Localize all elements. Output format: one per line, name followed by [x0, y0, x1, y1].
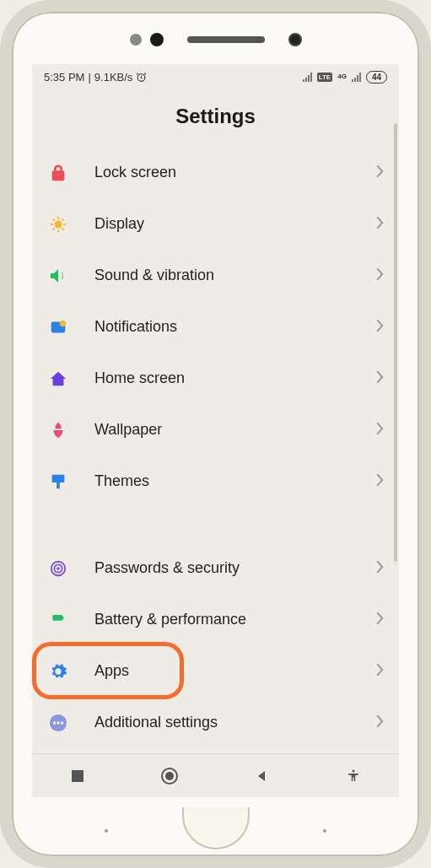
accessibility-button[interactable]	[342, 765, 364, 787]
svg-point-19	[352, 769, 354, 772]
svg-rect-6	[57, 482, 60, 488]
settings-row-lock-screen[interactable]: Lock screen	[37, 147, 394, 198]
svg-rect-16	[72, 770, 84, 782]
settings-row-battery-performance[interactable]: Battery & performance	[37, 594, 394, 645]
svg-point-18	[165, 772, 174, 780]
home-icon	[47, 368, 69, 390]
status-left: 5:35 PM | 9.1KB/s	[44, 71, 147, 84]
row-label: Wallpaper	[94, 421, 376, 439]
settings-row-display[interactable]: Display	[37, 198, 394, 250]
phone-frame: 5:35 PM | 9.1KB/s LTE 4G 44 Settings Loc…	[0, 0, 431, 868]
volume-icon	[47, 265, 69, 287]
chevron-right-icon	[376, 422, 384, 439]
chevron-right-icon	[376, 370, 384, 387]
svg-point-9	[57, 567, 60, 570]
settings-row-wallpaper[interactable]: Wallpaper	[37, 404, 394, 456]
settings-row-sound-vibration[interactable]: Sound & vibration	[37, 250, 394, 301]
row-label: Lock screen	[94, 164, 376, 181]
svg-point-2	[54, 220, 62, 228]
signal-icon	[303, 73, 312, 82]
chevron-right-icon	[376, 473, 384, 490]
row-label: Sound & vibration	[94, 267, 376, 284]
row-label: Themes	[94, 472, 376, 490]
row-label: Apps	[94, 662, 376, 680]
svg-rect-10	[52, 615, 62, 621]
svg-point-15	[61, 721, 63, 724]
sun-icon	[47, 213, 69, 235]
chevron-right-icon	[376, 714, 384, 731]
phone-notch	[12, 29, 419, 51]
scrollbar[interactable]	[394, 123, 397, 562]
screen: 5:35 PM | 9.1KB/s LTE 4G 44 Settings Loc…	[32, 64, 399, 797]
settings-row-passwords-security[interactable]: Passwords & security	[37, 542, 394, 594]
settings-row-themes[interactable]: Themes	[37, 456, 394, 507]
lte-badge-icon: LTE	[317, 73, 333, 82]
alarm-icon	[136, 72, 147, 83]
home-button[interactable]	[159, 765, 180, 787]
chevron-right-icon	[376, 663, 384, 680]
notification-icon	[47, 316, 69, 338]
signal-icon-2	[352, 73, 361, 82]
row-label: Notifications	[94, 318, 376, 336]
row-label: Display	[94, 215, 376, 233]
navigation-bar	[32, 753, 399, 797]
flower-icon	[47, 419, 69, 441]
battery-indicator: 44	[366, 71, 387, 84]
chevron-right-icon	[376, 612, 384, 628]
row-label: Passwords & security	[94, 559, 376, 577]
chevron-right-icon	[376, 560, 384, 577]
settings-row-apps[interactable]: Apps	[37, 645, 394, 697]
svg-rect-5	[52, 474, 65, 482]
settings-list: Lock screenDisplaySound & vibrationNotif…	[32, 147, 399, 748]
network-4g-icon: 4G	[337, 73, 347, 80]
svg-point-4	[60, 320, 66, 326]
row-label: Additional settings	[94, 714, 376, 731]
row-label: Battery & performance	[94, 611, 376, 628]
chevron-right-icon	[376, 216, 384, 233]
recents-button[interactable]	[67, 765, 89, 787]
svg-rect-1	[52, 170, 65, 181]
page-title: Settings	[32, 89, 399, 147]
status-bar: 5:35 PM | 9.1KB/s LTE 4G 44	[32, 64, 399, 89]
back-button[interactable]	[251, 765, 272, 787]
chevron-right-icon	[376, 319, 384, 336]
settings-row-home-screen[interactable]: Home screen	[37, 353, 394, 404]
svg-point-13	[53, 721, 56, 724]
battery-icon	[47, 609, 69, 631]
svg-point-14	[57, 721, 59, 724]
lock-icon	[47, 162, 69, 184]
row-label: Home screen	[94, 369, 376, 387]
status-time: 5:35 PM	[44, 71, 84, 84]
status-net-speed: 9.1KB/s	[94, 71, 133, 84]
dots-icon	[47, 712, 69, 734]
physical-home-button	[182, 807, 250, 849]
chevron-right-icon	[376, 164, 384, 181]
settings-row-additional-settings[interactable]: Additional settings	[37, 697, 394, 748]
status-right: LTE 4G 44	[303, 71, 387, 84]
shield-icon	[47, 558, 69, 580]
settings-row-notifications[interactable]: Notifications	[37, 301, 394, 353]
brush-icon	[47, 471, 69, 493]
chevron-right-icon	[376, 267, 384, 284]
svg-rect-11	[62, 617, 63, 619]
gear-icon	[47, 660, 69, 682]
